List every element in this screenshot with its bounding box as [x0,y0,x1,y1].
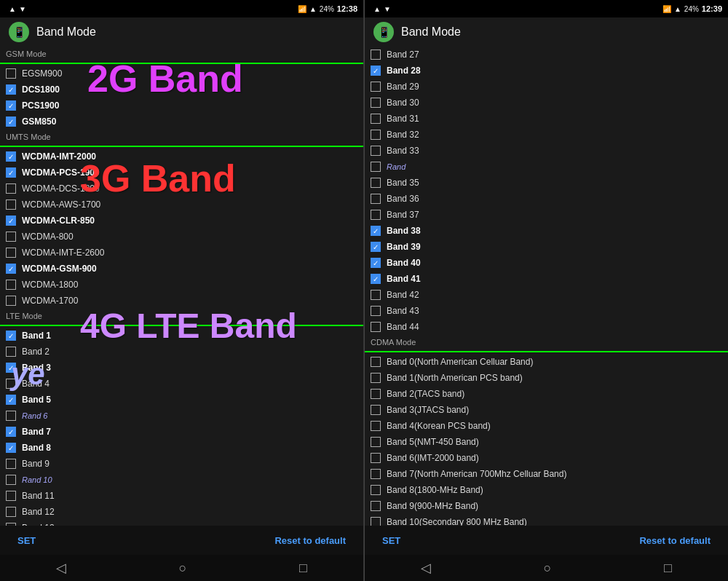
wdcs1800-checkbox[interactable] [6,183,16,194]
list-item[interactable]: Band 39 [365,239,728,255]
wimte2600-checkbox[interactable] [6,248,16,258]
band12-checkbox[interactable] [6,507,16,517]
list-item[interactable]: Band 7 [0,424,363,440]
list-item[interactable]: Band 32 [365,127,728,143]
reset-button-right[interactable]: Reset to default [633,532,716,549]
list-item[interactable]: Band 42 [365,287,728,303]
band40-checkbox[interactable] [371,258,381,268]
list-item[interactable]: Band 44 [365,319,728,335]
list-item[interactable]: Band 13 [0,520,363,526]
list-item[interactable]: EGSM900 [0,66,363,82]
band9-checkbox[interactable] [6,459,16,469]
cdma8-checkbox[interactable] [371,485,381,495]
list-item[interactable]: Band 4(Korean PCS band) [365,418,728,434]
band29-checkbox[interactable] [371,82,381,92]
list-item[interactable]: Band 2(TACS band) [365,386,728,402]
content-area-left[interactable]: GSM Mode EGSM900 DCS1800 PCS1900 GSM850 … [0,47,363,526]
list-item[interactable]: Band 8 [0,440,363,456]
band2-checkbox[interactable] [6,347,16,357]
list-item[interactable]: GSM850 [0,114,363,130]
band11-checkbox[interactable] [6,491,16,501]
list-item[interactable]: Band 36 [365,191,728,207]
cdma3-checkbox[interactable] [371,405,381,415]
list-item[interactable]: Band 8(1800-MHz Band) [365,482,728,498]
list-item[interactable]: PCS1900 [0,98,363,114]
list-item[interactable]: Band 5 [0,392,363,408]
cdma4-checkbox[interactable] [371,421,381,431]
home-button-left[interactable]: ○ [167,558,199,579]
list-item[interactable]: Band 11 [0,488,363,504]
list-item[interactable]: Band 6(IMT-2000 band) [365,450,728,466]
gsm850-checkbox[interactable] [6,116,16,127]
list-item[interactable]: Band 10(Secondary 800 MHz Band) [365,514,728,526]
list-item[interactable]: Band 40 [365,255,728,271]
list-item[interactable]: WCDMA-800 [0,229,363,245]
content-area-right[interactable]: Band 27 Band 28 Band 29 Band 30 Band 31 … [365,47,728,526]
band8-checkbox[interactable] [6,443,16,453]
band42-checkbox[interactable] [371,290,381,300]
home-button-right[interactable]: ○ [532,558,563,579]
waws1700-checkbox[interactable] [6,199,16,210]
list-item[interactable]: WCDMA-IMT-2000 [0,149,363,165]
cdma9-checkbox[interactable] [371,501,381,511]
band34-checkbox[interactable] [371,162,381,172]
list-item[interactable]: Band 43 [365,303,728,319]
band4-checkbox[interactable] [6,379,16,389]
list-item[interactable]: Band 1(North American PCS band) [365,370,728,386]
cdma7-checkbox[interactable] [371,469,381,479]
cdma5-checkbox[interactable] [371,437,381,447]
w800-checkbox[interactable] [6,232,16,242]
list-item[interactable]: Band 5(NMT-450 Band) [365,434,728,450]
recent-button-left[interactable]: □ [288,558,319,579]
dcs1800-checkbox[interactable] [6,84,16,95]
list-item[interactable]: WCDMA-PCS-1900 [0,165,363,181]
list-item[interactable]: Band 3 [0,360,363,376]
band33-checkbox[interactable] [371,146,381,156]
band39-checkbox[interactable] [371,242,381,252]
list-item[interactable]: Band 9(900-MHz Band) [365,498,728,514]
list-item[interactable]: WCDMA-1800 [0,277,363,293]
cdma1-checkbox[interactable] [371,373,381,383]
wgsm900-checkbox[interactable] [6,264,16,274]
list-item[interactable]: Band 29 [365,79,728,95]
cdma2-checkbox[interactable] [371,389,381,399]
wclr850-checkbox[interactable] [6,216,16,226]
band5-checkbox[interactable] [6,395,16,405]
band31-checkbox[interactable] [371,114,381,124]
list-item[interactable]: Band 31 [365,111,728,127]
band37-checkbox[interactable] [371,210,381,220]
list-item[interactable]: Band 33 [365,143,728,159]
w1700-checkbox[interactable] [6,296,16,306]
list-item[interactable]: Band 28 [365,63,728,79]
list-item[interactable]: Band 7(North American 700Mhz Celluar Ban… [365,466,728,482]
pcs1900-checkbox[interactable] [6,100,16,111]
band38-checkbox[interactable] [371,226,381,236]
back-button-right[interactable]: ◁ [409,557,443,579]
band30-checkbox[interactable] [371,98,381,108]
egsm900-checkbox[interactable] [6,68,16,79]
wpcs1900-checkbox[interactable] [6,167,16,178]
list-item[interactable]: Band 4 [0,376,363,392]
list-item[interactable]: Band 30 [365,95,728,111]
list-item[interactable]: Band 41 [365,271,728,287]
band44-checkbox[interactable] [371,322,381,332]
band43-checkbox[interactable] [371,306,381,316]
list-item[interactable]: WCDMA-1700 [0,293,363,309]
list-item[interactable]: Band 2 [0,344,363,360]
band36-checkbox[interactable] [371,194,381,204]
list-item[interactable]: Band 1 [0,328,363,344]
cdma10-checkbox[interactable] [371,517,381,526]
band28-checkbox[interactable] [371,66,381,76]
band1-checkbox[interactable] [6,331,16,341]
band27-checkbox[interactable] [371,50,381,60]
list-item[interactable]: Rand 6 [0,408,363,424]
w1800-checkbox[interactable] [6,280,16,290]
band41-checkbox[interactable] [371,274,381,284]
list-item[interactable]: Rand 10 [0,472,363,488]
recent-button-right[interactable]: □ [652,558,684,579]
list-item[interactable]: Rand [365,159,728,175]
list-item[interactable]: WCDMA-GSM-900 [0,261,363,277]
band3-checkbox[interactable] [6,363,16,373]
list-item[interactable]: WCDMA-CLR-850 [0,213,363,229]
list-item[interactable]: Band 37 [365,207,728,223]
